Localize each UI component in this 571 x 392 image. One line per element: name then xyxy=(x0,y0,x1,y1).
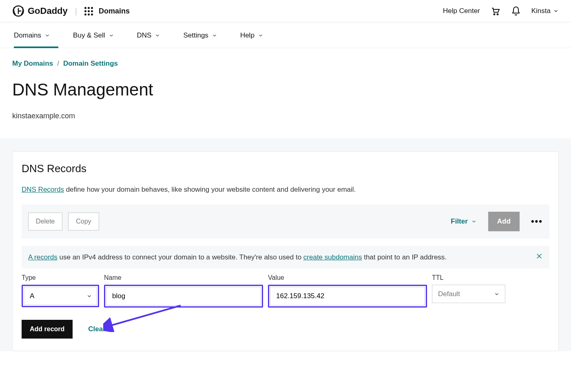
ttl-label: TTL xyxy=(432,274,505,281)
add-record-button[interactable]: Add record xyxy=(22,320,73,339)
chevron-down-icon xyxy=(212,33,217,38)
breadcrumb-my-domains[interactable]: My Domains xyxy=(12,60,53,68)
ttl-field-wrap: Default xyxy=(432,285,505,303)
apps-grid-icon[interactable] xyxy=(84,7,93,16)
secondary-nav: Domains Buy & Sell DNS Settings Help xyxy=(0,22,571,48)
brand-name: GoDaddy xyxy=(28,6,68,16)
nav-dns-label: DNS xyxy=(137,31,152,40)
info-text-1: use an IPv4 address to connect your doma… xyxy=(58,253,303,261)
add-button[interactable]: Add xyxy=(488,212,520,231)
close-icon[interactable] xyxy=(536,252,543,262)
page-head: My Domains / Domain Settings DNS Managem… xyxy=(0,48,571,138)
more-menu-icon[interactable]: ••• xyxy=(531,216,543,227)
nav-buy-sell[interactable]: Buy & Sell xyxy=(73,22,114,48)
name-label: Name xyxy=(104,274,263,281)
info-banner: A records use an IPv4 address to connect… xyxy=(22,246,549,268)
breadcrumb-domain-settings[interactable]: Domain Settings xyxy=(63,60,118,68)
name-input[interactable] xyxy=(106,287,261,306)
value-input[interactable] xyxy=(270,287,425,306)
nav-buy-sell-label: Buy & Sell xyxy=(73,31,105,40)
dns-records-card: DNS Records DNS Records define how your … xyxy=(12,151,559,351)
value-label: Value xyxy=(268,274,427,281)
value-column: Value xyxy=(268,274,427,308)
page-title: DNS Management xyxy=(12,80,559,100)
svg-point-1 xyxy=(494,14,495,15)
dns-records-help-link[interactable]: DNS Records xyxy=(22,186,64,193)
card-description: DNS Records define how your domain behav… xyxy=(22,186,549,194)
header-context[interactable]: Domains xyxy=(99,7,130,16)
type-label: Type xyxy=(22,274,99,281)
chevron-down-icon xyxy=(258,33,263,38)
main-area: DNS Records DNS Records define how your … xyxy=(0,138,571,351)
create-subdomains-link[interactable]: create subdomains xyxy=(303,253,362,261)
divider: | xyxy=(75,7,77,16)
nav-help[interactable]: Help xyxy=(240,22,263,48)
record-form: Type A Name Value xyxy=(22,274,549,320)
a-records-link[interactable]: A records xyxy=(28,253,58,261)
type-field-wrap: A xyxy=(22,285,99,307)
nav-settings-label: Settings xyxy=(183,31,208,40)
type-column: Type A xyxy=(22,274,99,308)
help-center-link[interactable]: Help Center xyxy=(443,7,480,15)
action-row: Add record Clear xyxy=(22,320,549,339)
card-title: DNS Records xyxy=(22,162,549,175)
chevron-down-icon xyxy=(44,33,50,38)
breadcrumb: My Domains / Domain Settings xyxy=(12,60,559,68)
header-right: Help Center Kinsta xyxy=(443,6,559,16)
records-toolbar: Delete Copy Filter Add ••• xyxy=(22,204,549,239)
toolbar-right: Filter Add ••• xyxy=(451,212,543,231)
godaddy-logo-icon xyxy=(12,5,24,17)
top-header: GoDaddy | Domains Help Center Kinsta xyxy=(0,0,571,22)
chevron-down-icon xyxy=(553,8,559,14)
name-field-wrap xyxy=(104,285,263,308)
card-description-text: define how your domain behaves, like sho… xyxy=(64,186,356,193)
ttl-select[interactable]: Default xyxy=(432,285,505,303)
godaddy-logo[interactable]: GoDaddy xyxy=(12,5,68,17)
info-banner-text: A records use an IPv4 address to connect… xyxy=(28,253,447,261)
svg-point-2 xyxy=(497,14,498,15)
nav-settings[interactable]: Settings xyxy=(183,22,217,48)
copy-button[interactable]: Copy xyxy=(68,213,99,230)
value-field-wrap xyxy=(268,285,427,308)
nav-domains[interactable]: Domains xyxy=(14,22,50,48)
info-text-2: that point to an IP address. xyxy=(362,253,447,261)
nav-dns[interactable]: DNS xyxy=(137,22,161,48)
cart-icon[interactable] xyxy=(491,6,500,16)
clear-link[interactable]: Clear xyxy=(88,325,106,333)
nav-help-label: Help xyxy=(240,31,255,40)
delete-button[interactable]: Delete xyxy=(28,213,62,230)
type-select[interactable]: A xyxy=(24,287,97,305)
filter-label: Filter xyxy=(451,217,468,226)
chevron-down-icon xyxy=(108,33,114,38)
bell-icon[interactable] xyxy=(511,6,521,16)
user-menu[interactable]: Kinsta xyxy=(531,7,559,15)
ttl-column: TTL Default xyxy=(432,274,505,308)
breadcrumb-separator: / xyxy=(57,60,59,68)
nav-domains-label: Domains xyxy=(14,31,41,40)
chevron-down-icon xyxy=(155,33,160,38)
user-name: Kinsta xyxy=(531,7,551,15)
filter-dropdown[interactable]: Filter xyxy=(451,217,477,226)
name-column: Name xyxy=(104,274,263,308)
chevron-down-icon xyxy=(471,219,477,224)
domain-name: kinstaexample.com xyxy=(12,112,559,120)
